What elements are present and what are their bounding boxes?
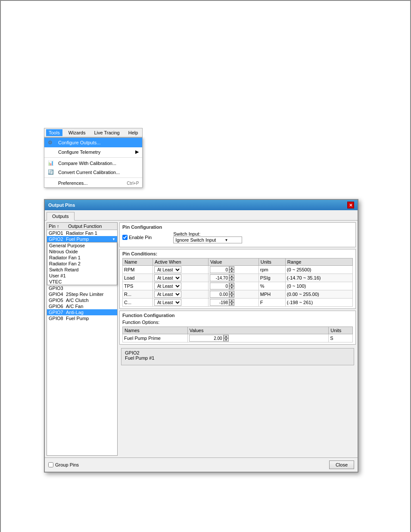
cond-range-c: (-198 ~ 261) (285, 299, 352, 307)
pin-name-gpio7: GPIO7 (49, 310, 66, 315)
dropdown-vtec[interactable]: VTEC (47, 279, 117, 285)
spin-buttons-c: ▲ ▼ (229, 299, 234, 306)
outputs-tab[interactable]: Outputs (47, 212, 75, 221)
pin-row-gpio6[interactable]: GPIO6 A/C Fan (47, 303, 117, 309)
spin-buttons-rpm: ▲ ▼ (229, 266, 234, 273)
menu-help[interactable]: Help (126, 129, 141, 136)
pin-conditions-title: Pin Conditions: (122, 251, 353, 256)
dropdown-radiator-fan1[interactable]: Radiator Fan 1 (47, 255, 117, 261)
condition-row-c: C... At Least (123, 299, 353, 307)
close-button[interactable]: Close (329, 460, 354, 469)
pin-config-row: Enable Pin Switch Input: Ignore Switch I… (122, 231, 353, 243)
pin-func-gpio5: A/C Clutch (66, 298, 115, 303)
preferences-item[interactable]: Preferences... Ctrl+P (44, 179, 142, 187)
separator-2 (44, 177, 142, 178)
enable-pin-checkbox[interactable] (122, 235, 128, 240)
active-when-select-load[interactable]: At Least (154, 274, 181, 281)
cond-value-c: ▲ ▼ (208, 299, 258, 307)
spin-up-rpm[interactable]: ▲ (229, 266, 234, 270)
func-col-units: Units (329, 327, 353, 334)
pin-conditions-section: Pin Conditions: Name Active When Value U… (119, 249, 356, 309)
output-pins-dialog: Output Pins ✕ Outputs Pin ↑ Output Funct… (44, 199, 358, 473)
pin-row-gpio2[interactable]: GPIO2 Fuel Pump ▼ (47, 236, 117, 242)
spin-down-tps[interactable]: ▼ (229, 286, 234, 289)
cond-units-load: PSIg (258, 274, 285, 282)
spin-down-load[interactable]: ▼ (229, 278, 234, 281)
dialog-close-button[interactable]: ✕ (347, 202, 354, 208)
dropdown-radiator-fan2[interactable]: Radiator Fan 2 (47, 261, 117, 267)
config-panel: Pin Configuration Enable Pin Switch Inpu… (119, 222, 356, 456)
spin-down-c[interactable]: ▼ (229, 302, 234, 306)
pin-name-gpio4: GPIO4 (49, 292, 66, 297)
enable-pin-label: Enable Pin (122, 235, 152, 240)
menu-live-tracing[interactable]: Live Tracing (91, 129, 122, 136)
pin-func-gpio1: Radiator Fan 1 (66, 230, 115, 236)
menu-tools[interactable]: Tools (46, 129, 62, 136)
switch-input-dropdown[interactable]: Ignore Switch Input ▼ (173, 236, 242, 243)
pin-row-gpio4[interactable]: GPIO4 2Step Rev Limiter (47, 291, 117, 297)
value-input-rpm[interactable] (210, 266, 229, 273)
func-spin-up[interactable]: ▲ (224, 335, 229, 338)
tools-dropdown: Configure Outputs... Configure Telemetry… (44, 137, 143, 188)
spin-up-tps[interactable]: ▲ (229, 283, 234, 286)
cond-active-c: At Least (153, 299, 208, 307)
pin-func-gpio3 (66, 286, 115, 291)
pin-name-gpio5: GPIO5 (49, 298, 66, 303)
cond-active-tps: At Least (153, 282, 208, 290)
dropdown-nitrous-oxide[interactable]: Nitrous Oxide (47, 249, 117, 255)
submenu-arrow: ▶ (135, 149, 139, 155)
spin-up-load[interactable]: ▲ (229, 274, 234, 278)
pin-row-gpio3[interactable]: GPIO3 (47, 285, 117, 291)
col-value-header: Value (208, 258, 258, 266)
compare-calibration-item[interactable]: 📊 Compare With Calibration... (44, 159, 142, 168)
value-input-tps[interactable] (210, 283, 229, 289)
cond-units-rpm: rpm (258, 266, 285, 274)
group-pins-text: Group Pins (55, 462, 79, 467)
value-input-load[interactable] (210, 274, 229, 281)
cond-value-rpm: ▲ ▼ (208, 266, 258, 274)
cond-active-load: At Least (153, 274, 208, 282)
convert-icon: 🔄 (48, 169, 56, 175)
configure-outputs-item[interactable]: Configure Outputs... (44, 138, 142, 147)
cond-active-rpm: At Least (153, 266, 208, 274)
convert-calibration-item[interactable]: 🔄 Convert Current Calibration... (44, 168, 142, 177)
menu-wizards[interactable]: Wizards (66, 129, 88, 136)
active-when-select-tps[interactable]: At Least (154, 283, 181, 289)
cond-name-tps: TPS (123, 282, 153, 290)
pin-row-gpio8[interactable]: GPIO8 Fuel Pump (47, 315, 117, 321)
col-range-header: Range (285, 258, 352, 266)
cond-units-c: F (258, 299, 285, 307)
active-when-select-c[interactable]: At Least (154, 299, 181, 306)
dropdown-general-purpose[interactable]: General Purpose (47, 243, 117, 249)
spin-up-c[interactable]: ▲ (229, 299, 234, 302)
pin-row-gpio1[interactable]: GPIO1 Radiator Fan 1 (47, 230, 117, 236)
func-row-fuel-pump-prime: Fuel Pump Prime ▲ ▼ (123, 334, 353, 342)
switch-input-label: Switch Input: (173, 231, 200, 236)
dropdown-user1[interactable]: User #1 (47, 273, 117, 279)
pins-panel: Pin ↑ Output Function GPIO1 Radiator Fan… (47, 222, 118, 456)
dialog-titlebar: Output Pins ✕ (45, 200, 358, 210)
dropdown-switch-retard[interactable]: Switch Retard (47, 267, 117, 273)
spin-down-r[interactable]: ▼ (229, 294, 234, 298)
cond-value-tps: ▲ ▼ (208, 282, 258, 290)
configure-telemetry-item[interactable]: Configure Telemetry ▶ (44, 147, 142, 156)
pin-row-gpio7[interactable]: GPIO7 Anti-Lag (47, 309, 117, 315)
menu-bar: Tools Wizards Live Tracing Help (44, 128, 143, 137)
spin-up-r[interactable]: ▲ (229, 291, 234, 294)
value-input-r[interactable] (210, 291, 229, 298)
condition-row-tps: TPS At Least (123, 282, 353, 290)
dialog-footer: Group Pins Close (45, 457, 358, 472)
spin-down-rpm[interactable]: ▼ (229, 270, 234, 273)
enable-pin-text: Enable Pin (129, 235, 152, 240)
pin-name-gpio1: GPIO1 (49, 230, 66, 236)
pin-row-gpio5[interactable]: GPIO5 A/C Clutch (47, 297, 117, 303)
func-spin-down[interactable]: ▼ (224, 338, 229, 342)
value-input-c[interactable] (210, 299, 229, 306)
group-pins-checkbox[interactable] (48, 462, 53, 467)
active-when-select-rpm[interactable]: At Least (154, 266, 181, 273)
col-name-header: Name (123, 258, 153, 266)
function-config-section: Function Configuration Function Options:… (119, 311, 356, 345)
chart-icon: 📊 (48, 160, 56, 166)
active-when-select-r[interactable]: At Least (154, 291, 181, 298)
func-value-input-fuel-pump-prime[interactable] (189, 335, 224, 342)
